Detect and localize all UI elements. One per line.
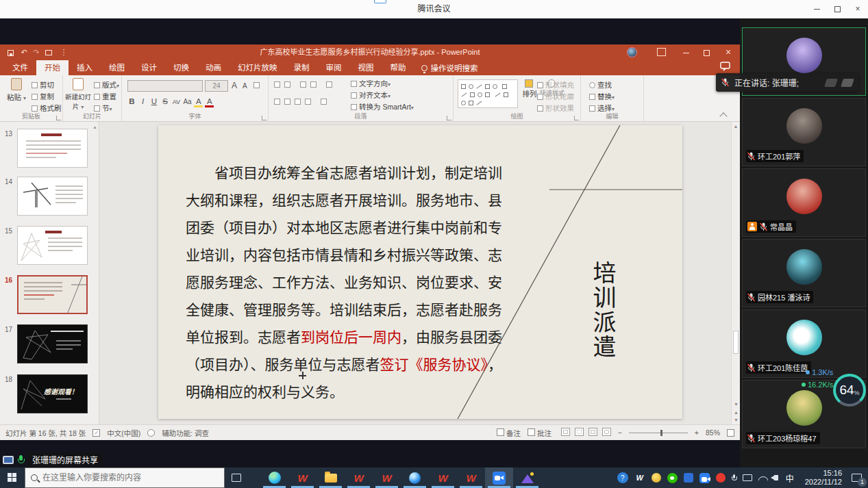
paragraph-dialog-launcher[interactable] [447, 116, 451, 120]
window-minimize-button[interactable] [806, 0, 827, 18]
tab-draw[interactable]: 绘图 [101, 60, 133, 75]
redo-button[interactable]: ↷ [30, 44, 42, 60]
save-button[interactable] [4, 44, 16, 60]
tab-view[interactable]: 视图 [350, 60, 382, 75]
decrease-indent-icon[interactable] [300, 81, 306, 88]
highlight-color-button[interactable]: A [194, 98, 203, 107]
numbering-icon[interactable] [284, 81, 290, 88]
taskbar-app-meeting-active[interactable] [485, 467, 513, 488]
tab-file[interactable]: 文件 [4, 60, 36, 75]
wps-tray-icon[interactable]: W [634, 472, 645, 483]
chat-bubble-icon[interactable] [720, 62, 731, 72]
red-tray-icon[interactable] [716, 473, 726, 483]
taskbar-clock[interactable]: 15:16 2022/11/12 [805, 469, 842, 487]
slide-thumbnail-14[interactable] [17, 177, 88, 216]
copy-button[interactable]: 复制 [32, 91, 54, 101]
tab-design[interactable]: 设计 [133, 60, 165, 75]
yellow-tray-icon[interactable] [652, 473, 661, 483]
tab-review[interactable]: 审阅 [318, 60, 350, 75]
tab-home[interactable]: 开始 [36, 60, 69, 75]
taskbar-app-wps-2[interactable]: W [345, 467, 373, 488]
font-name-select[interactable] [127, 80, 203, 92]
font-dialog-launcher[interactable] [262, 116, 266, 120]
reading-view-button[interactable] [588, 428, 597, 436]
change-case-button[interactable]: Aa [183, 98, 192, 105]
zoom-level[interactable]: 85% [706, 428, 720, 437]
mic-tray-icon[interactable] [732, 474, 736, 482]
slide-thumbnail-13[interactable] [17, 129, 88, 168]
shape-fill-button[interactable]: 形状填充 [537, 79, 574, 90]
taskbar-app-wps-4[interactable]: W [429, 467, 457, 488]
collapse-ribbon-button[interactable] [719, 112, 727, 120]
tab-help[interactable]: 帮助 [382, 60, 414, 75]
notification-center-button[interactable]: 1 [845, 467, 868, 488]
zoom-in-button[interactable]: + [695, 428, 699, 437]
shape-effects-button[interactable]: 形状效果 [537, 103, 574, 113]
align-text-button[interactable]: 对齐文本▾ [351, 90, 390, 100]
bullets-icon[interactable] [274, 81, 280, 88]
font-size-select[interactable]: 24 [205, 80, 228, 92]
character-spacing-button[interactable]: AV [172, 99, 181, 105]
window-close-button[interactable]: × [847, 0, 868, 18]
notes-button[interactable]: 备注 [497, 428, 521, 438]
slide-thumbnail-18[interactable]: 感谢观看！ [17, 374, 88, 413]
comments-button[interactable]: 批注 [528, 428, 551, 438]
current-slide[interactable]: 省项目办统筹全省志愿者培训计划，制定培训大纲和课程，组织志愿者开展培训。服务地市… [158, 125, 682, 419]
slideshow-view-button[interactable] [602, 428, 611, 436]
new-slide-button[interactable]: 新建幻灯片 ▾ [64, 78, 92, 111]
account-avatar[interactable] [627, 47, 637, 57]
slide-sorter-view-button[interactable] [575, 428, 584, 436]
tab-animations[interactable]: 动画 [197, 60, 230, 75]
slide-thumbnail-17[interactable] [17, 324, 88, 363]
start-button[interactable] [0, 467, 25, 488]
grow-font-button[interactable]: A [232, 81, 237, 90]
normal-view-button[interactable] [561, 428, 570, 436]
taskbar-app-wps-3[interactable]: W [373, 467, 401, 488]
scroll-up-icon[interactable]: ▲ [732, 122, 740, 129]
scrollbar-thumb[interactable] [733, 331, 739, 354]
search-input[interactable] [42, 473, 207, 483]
slide-thumbnail-15[interactable] [17, 226, 88, 265]
align-center-icon[interactable] [284, 99, 290, 105]
taskbar-app-edge[interactable] [260, 467, 288, 488]
drag-handle-indicator[interactable] [374, 0, 386, 3]
thumb-scroll-up[interactable]: ▲ [92, 125, 97, 129]
shrink-font-button[interactable]: A [243, 82, 247, 90]
language-indicator[interactable]: 中文(中国) [107, 428, 140, 438]
tab-insert[interactable]: 插入 [69, 60, 101, 75]
italic-button[interactable]: I [138, 97, 147, 105]
reset-button[interactable]: 重置 [94, 91, 116, 101]
convert-smartart-button[interactable]: 转换为 SmartArt▾ [351, 101, 414, 112]
slide-thumbnail-16-selected[interactable] [17, 275, 88, 314]
qat-customize-button[interactable]: ⋮ [58, 44, 70, 60]
taskbar-app-browser[interactable] [401, 467, 429, 488]
font-color-button[interactable]: A [205, 98, 214, 107]
start-slideshow-button[interactable] [42, 44, 55, 60]
video-tile[interactable]: 园林215 潘泳诗 [742, 239, 866, 307]
line-spacing-icon[interactable] [326, 81, 332, 88]
qq-tray-icon[interactable] [684, 473, 693, 483]
cut-button[interactable]: 剪切 [32, 79, 54, 90]
spellcheck-icon[interactable]: ✓ [92, 429, 100, 437]
replace-button[interactable]: 替换▾ [589, 91, 615, 101]
help-tray-icon[interactable]: ? [617, 472, 628, 483]
justify-icon[interactable] [305, 99, 311, 105]
clear-formatting-button[interactable] [253, 81, 262, 89]
window-maximize-button[interactable] [827, 0, 847, 18]
fit-to-window-icon[interactable] [727, 429, 734, 437]
strikethrough-button[interactable]: S [161, 97, 170, 105]
layout-button[interactable]: 版式▾ [94, 79, 119, 90]
ppt-close-button[interactable]: × [722, 44, 734, 60]
tab-slideshow[interactable]: 幻灯片放映 [230, 60, 286, 75]
clipboard-dialog-launcher[interactable] [56, 116, 61, 120]
undo-button[interactable]: ↶ [18, 44, 30, 60]
ribbon-display-options-button[interactable] [657, 48, 666, 56]
slide-scrollbar[interactable]: ▲ ▼ ▲ ▼ [731, 122, 740, 424]
taskbar-app-photos[interactable] [513, 467, 541, 488]
volume-icon[interactable] [774, 475, 778, 480]
taskbar-app-wps-1[interactable]: W [288, 467, 317, 488]
wifi-icon[interactable] [758, 474, 768, 481]
ppt-minimize-button[interactable] [680, 44, 692, 60]
video-tile[interactable]: 环工201郭萍 [742, 98, 866, 166]
shapes-gallery[interactable] [458, 79, 518, 108]
